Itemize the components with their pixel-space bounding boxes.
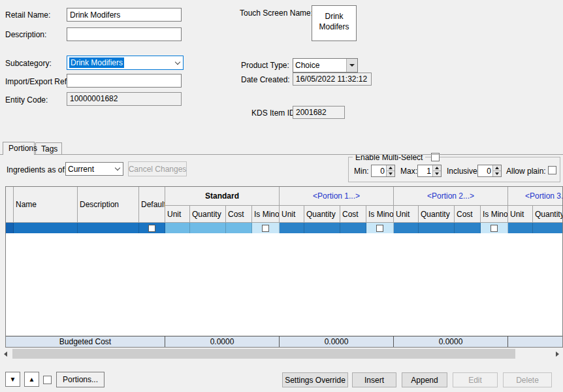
column-header-is-minor: Is Minor bbox=[252, 206, 280, 223]
description-label: Description: bbox=[5, 30, 46, 39]
cancel-changes-button[interactable]: Cancel Changes bbox=[128, 161, 187, 176]
portions-checkbox[interactable] bbox=[43, 376, 52, 384]
grid-header: Name Description Default Standard Unit Q… bbox=[6, 187, 562, 223]
subcategory-combobox[interactable]: Drink Modifiers bbox=[67, 56, 184, 70]
column-header-quantity: Quantity bbox=[419, 206, 455, 223]
date-created-field: 16/05/2022 11:32:12 bbox=[293, 73, 372, 86]
cell-portion3-unit bbox=[508, 223, 533, 233]
is-minor-checkbox[interactable] bbox=[262, 225, 269, 232]
scroll-left-icon[interactable] bbox=[0, 348, 11, 359]
max-spinner[interactable]: 1 bbox=[417, 165, 442, 177]
scroll-right-icon[interactable] bbox=[552, 348, 563, 359]
spin-up-icon[interactable] bbox=[493, 165, 501, 171]
group-label-standard: Standard bbox=[165, 187, 280, 206]
tab-tags[interactable]: Tags bbox=[35, 142, 62, 155]
is-minor-checkbox[interactable] bbox=[376, 225, 383, 232]
enable-multi-select-group: Enable Multi-Select Min: 0 Max: 1 Inclus… bbox=[348, 157, 560, 182]
column-header-cost: Cost bbox=[226, 206, 252, 223]
group-link-portion-3[interactable]: <Portion 3...> bbox=[508, 187, 563, 206]
spin-down-icon[interactable] bbox=[387, 171, 394, 176]
move-down-button[interactable]: ▼ bbox=[5, 372, 20, 387]
subcategory-label: Subcategory: bbox=[5, 59, 52, 68]
min-label: Min: bbox=[354, 167, 369, 176]
chevron-down-icon[interactable] bbox=[112, 163, 123, 175]
column-header-unit: Unit bbox=[280, 206, 304, 223]
cell-portion2-is-minor bbox=[481, 223, 508, 233]
spin-down-icon[interactable] bbox=[493, 171, 501, 176]
entity-code-field: 10000001682 bbox=[67, 92, 182, 106]
inclusive-label: Inclusive: bbox=[447, 167, 479, 176]
column-header-unit: Unit bbox=[165, 206, 190, 223]
scrollbar-track[interactable] bbox=[11, 348, 552, 359]
is-minor-checkbox[interactable] bbox=[491, 225, 498, 232]
column-group-portion-2: <Portion 2...> Unit Quantity Cost Is Min… bbox=[394, 187, 508, 223]
edit-button[interactable]: Edit bbox=[453, 372, 498, 387]
spin-down-icon[interactable] bbox=[433, 171, 441, 176]
description-input[interactable] bbox=[67, 27, 182, 41]
min-value: 0 bbox=[372, 165, 386, 176]
grid-empty-area[interactable] bbox=[6, 233, 562, 336]
group-link-portion-1[interactable]: <Portion 1...> bbox=[280, 187, 394, 206]
tab-portions[interactable]: Portions bbox=[3, 142, 35, 155]
ingredients-as-of-combobox[interactable]: Current bbox=[65, 162, 123, 176]
scrollbar-thumb[interactable] bbox=[12, 349, 515, 359]
inclusive-spinner[interactable]: 0 bbox=[477, 165, 502, 177]
spin-up-icon[interactable] bbox=[433, 165, 441, 171]
retail-name-input[interactable] bbox=[67, 8, 182, 22]
product-editor-window: Retail Name: Description: Touch Screen N… bbox=[0, 0, 563, 392]
column-header-is-minor: Is Minor bbox=[366, 206, 394, 223]
column-header-name: Name bbox=[14, 187, 78, 223]
cell-standard-unit bbox=[165, 223, 190, 233]
append-button[interactable]: Append bbox=[402, 372, 447, 387]
spin-up-icon[interactable] bbox=[387, 165, 394, 171]
touch-screen-name-box[interactable]: Drink Modifers bbox=[312, 5, 357, 41]
settings-override-button[interactable]: Settings Override bbox=[282, 372, 348, 387]
column-group-standard: Standard Unit Quantity Cost Is Minor bbox=[165, 187, 280, 223]
min-spinner[interactable]: 0 bbox=[371, 165, 395, 177]
column-header-cost: Cost bbox=[455, 206, 481, 223]
product-type-combobox[interactable]: Choice bbox=[293, 58, 358, 73]
column-header-default: Default bbox=[139, 187, 165, 223]
group-link-portion-2[interactable]: <Portion 2...> bbox=[394, 187, 508, 206]
column-header-unit: Unit bbox=[394, 206, 419, 223]
cell-portion2-unit bbox=[394, 223, 419, 233]
cell-portion3-quantity bbox=[533, 223, 563, 233]
import-export-ref-input[interactable] bbox=[67, 74, 182, 88]
column-group-portion-3: <Portion 3...> Unit Quantity bbox=[508, 187, 563, 223]
cell-portion1-quantity bbox=[304, 223, 340, 233]
down-triangle-icon: ▼ bbox=[10, 376, 16, 383]
ingredients-as-of-label: Ingredients as of: bbox=[7, 165, 67, 174]
subcategory-selected-value: Drink Modifiers bbox=[69, 57, 124, 68]
grid-footer: Budgeted Cost 0.0000 0.0000 0.0000 bbox=[6, 336, 562, 347]
product-type-label: Product Type: bbox=[241, 61, 289, 70]
budgeted-cost-portion3 bbox=[508, 336, 563, 347]
cell-default bbox=[139, 223, 165, 233]
cell-portion1-cost bbox=[340, 223, 366, 233]
row-selector-cell[interactable] bbox=[6, 223, 14, 233]
column-header-description: Description bbox=[78, 187, 139, 223]
move-up-button[interactable]: ▲ bbox=[24, 372, 39, 387]
portions-grid: Name Description Default Standard Unit Q… bbox=[5, 186, 563, 348]
column-header-unit: Unit bbox=[508, 206, 533, 223]
default-checkbox[interactable] bbox=[148, 225, 155, 232]
column-header-quantity: Quantity bbox=[304, 206, 340, 223]
cell-standard-cost bbox=[226, 223, 252, 233]
max-value: 1 bbox=[418, 165, 432, 176]
max-label: Max: bbox=[400, 167, 417, 176]
insert-button[interactable]: Insert bbox=[352, 372, 396, 387]
entity-code-label: Entity Code: bbox=[5, 95, 48, 105]
chevron-down-icon[interactable] bbox=[172, 56, 183, 69]
budgeted-cost-portion2: 0.0000 bbox=[394, 336, 508, 347]
horizontal-scrollbar[interactable] bbox=[0, 348, 563, 359]
retail-name-label: Retail Name: bbox=[5, 10, 50, 20]
budgeted-cost-portion1: 0.0000 bbox=[280, 336, 394, 347]
budgeted-cost-standard: 0.0000 bbox=[165, 336, 280, 347]
dropdown-arrow-icon[interactable] bbox=[346, 59, 357, 72]
kds-item-id-label: KDS Item ID: bbox=[251, 108, 297, 118]
import-export-ref-label: Import/Export Ref: bbox=[5, 77, 69, 86]
allow-plain-checkbox[interactable] bbox=[548, 166, 556, 174]
grid-selected-row[interactable] bbox=[6, 223, 562, 233]
delete-button[interactable]: Delete bbox=[503, 372, 552, 387]
cell-standard-is-minor bbox=[252, 223, 280, 233]
portions-button[interactable]: Portions... bbox=[56, 372, 105, 387]
